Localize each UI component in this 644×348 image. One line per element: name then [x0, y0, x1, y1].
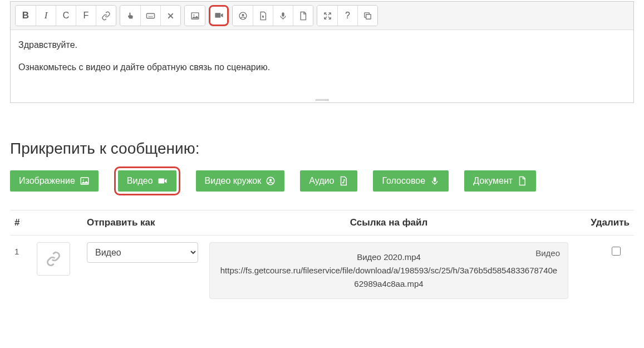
attach-video-button[interactable]: Видео	[118, 170, 176, 192]
video-button-highlight	[209, 5, 229, 26]
fullscreen-button[interactable]	[317, 6, 337, 26]
user-circle-icon	[238, 11, 248, 21]
microphone-icon	[430, 176, 440, 186]
attach-audio-label: Аудио	[309, 176, 334, 186]
svg-rect-6	[366, 14, 371, 19]
c-label: С	[63, 11, 70, 21]
attach-video-circle-button[interactable]: Видео кружок	[196, 170, 285, 192]
resize-handle[interactable]	[11, 97, 633, 102]
attach-voice-button[interactable]: Голосовое	[373, 170, 449, 192]
editor-toolbar: B I С F ?	[11, 2, 633, 30]
attach-document-button[interactable]: Документ	[464, 170, 536, 192]
editor-line-1: Здравствуйте.	[18, 40, 626, 50]
image-icon	[190, 11, 200, 21]
file-type-badge: Видео	[535, 248, 560, 258]
col-file-header: Ссылка на файл	[205, 210, 573, 236]
insert-document-button[interactable]	[293, 6, 313, 26]
col-del-header: Удалить	[573, 210, 634, 236]
help-button[interactable]: ?	[337, 6, 357, 26]
attach-buttons-row: Изображение Видео Видео кружок Аудио Гол…	[10, 166, 634, 195]
strike-button[interactable]: С	[56, 6, 76, 26]
attach-video-label: Видео	[127, 176, 153, 186]
link-icon	[101, 11, 111, 21]
hand-pointer-icon	[126, 11, 135, 21]
attach-video-highlight: Видео	[114, 166, 180, 195]
video-camera-icon	[214, 11, 224, 20]
expand-icon	[323, 11, 332, 21]
col-sendas-header: Отправить как	[82, 210, 205, 236]
col-num-header: #	[10, 210, 32, 236]
file-audio-icon	[338, 176, 348, 186]
send-as-select[interactable]: Видео	[87, 242, 198, 263]
svg-point-8	[82, 179, 83, 180]
close-icon	[166, 11, 175, 21]
row-number: 1	[10, 236, 32, 306]
svg-point-10	[269, 179, 272, 182]
insert-image-button[interactable]	[185, 6, 205, 26]
attach-audio-button[interactable]: Аудио	[300, 170, 357, 192]
attachments-table: # Отправить как Ссылка на файл Удалить 1…	[10, 210, 634, 306]
bold-button[interactable]: B	[16, 6, 36, 26]
delete-checkbox[interactable]	[612, 247, 621, 256]
attach-video-circle-label: Видео кружок	[205, 176, 262, 186]
file-name: Видео 2020.mp4	[219, 251, 559, 264]
attach-document-label: Документ	[473, 176, 513, 186]
image-icon	[80, 176, 90, 186]
font-button[interactable]: F	[76, 6, 96, 26]
insert-audio-button[interactable]	[253, 6, 273, 26]
svg-point-2	[193, 14, 194, 16]
svg-rect-12	[434, 177, 436, 182]
svg-point-4	[242, 13, 244, 16]
keyboard-icon	[146, 11, 155, 21]
insert-video-button[interactable]	[210, 7, 227, 23]
file-icon	[298, 11, 308, 21]
editor-content[interactable]: Здравствуйте. Ознакомьтесь с видео и дай…	[11, 30, 633, 97]
insert-voice-button[interactable]	[273, 6, 293, 26]
editor-line-2: Ознакомьтесь с видео и дайте обратную св…	[18, 62, 626, 72]
file-link-button[interactable]	[37, 242, 70, 276]
f-label: F	[83, 11, 89, 21]
bold-label: B	[22, 10, 29, 21]
pointer-button[interactable]	[120, 6, 140, 26]
rich-text-editor: B I С F ? Здравствуйте.	[10, 1, 634, 103]
file-cell: Видео Видео 2020.mp4 https://fs.getcours…	[209, 242, 568, 299]
help-label: ?	[345, 11, 350, 21]
file-audio-icon	[258, 11, 268, 21]
attach-voice-label: Голосовое	[382, 176, 425, 186]
keyboard-button[interactable]	[140, 6, 160, 26]
microphone-icon	[278, 11, 288, 21]
table-row: 1 Видео Видео Видео 2020.mp4 https://fs.…	[10, 236, 634, 306]
attach-heading: Прикрепить к сообщению:	[10, 140, 634, 158]
file-icon	[517, 176, 527, 186]
video-camera-icon	[158, 176, 168, 186]
svg-rect-5	[282, 12, 284, 17]
file-url: https://fs.getcourse.ru/fileservice/file…	[219, 264, 559, 291]
link-button[interactable]	[96, 6, 116, 26]
italic-label: I	[45, 10, 48, 21]
svg-rect-0	[146, 13, 154, 18]
italic-button[interactable]: I	[36, 6, 56, 26]
attach-image-label: Изображение	[19, 176, 75, 186]
user-circle-icon	[266, 176, 276, 186]
copy-button[interactable]	[357, 6, 377, 26]
link-icon	[46, 251, 61, 267]
clear-button[interactable]	[160, 6, 180, 26]
attach-image-button[interactable]: Изображение	[10, 170, 99, 192]
insert-video-circle-button[interactable]	[233, 6, 253, 26]
copy-icon	[363, 11, 372, 21]
